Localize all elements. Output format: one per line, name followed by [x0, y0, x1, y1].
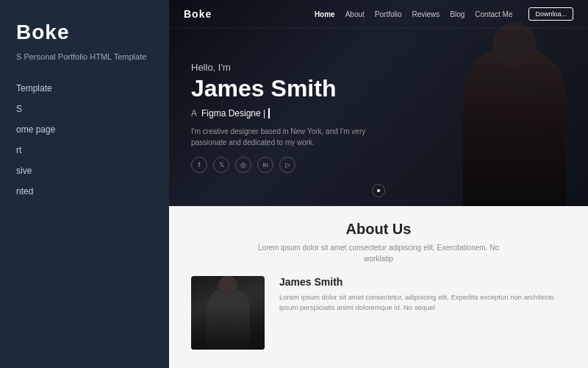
navbar: Boke Home About Portfolio Reviews Blog C… — [169, 0, 588, 29]
hero-role-prefix: A — [191, 108, 197, 118]
about-content: James Smith Lorem ipsum dolor sit amet c… — [191, 276, 566, 350]
nav-link-about[interactable]: About — [345, 10, 365, 18]
sidebar-title: Boke — [16, 21, 153, 44]
social-twitter-icon[interactable]: 𝕏 — [213, 157, 229, 173]
sidebar-item-home[interactable]: ome page — [16, 121, 153, 138]
social-facebook-icon[interactable]: f — [191, 157, 207, 173]
scroll-indicator — [372, 184, 385, 197]
social-youtube-icon[interactable]: ▷ — [279, 157, 295, 173]
about-section: About Us Lorem ipsum dolor sit amet cons… — [169, 206, 588, 368]
nav-links: Home About Portfolio Reviews Blog Contac… — [315, 7, 573, 21]
hero-role-title: Figma Designe | — [201, 108, 270, 118]
about-person-silhouette — [206, 287, 250, 350]
hero-section: Boke Home About Portfolio Reviews Blog C… — [169, 0, 588, 206]
about-image — [191, 276, 265, 350]
about-intro: Lorem ipsum dolor sit amet consectetur a… — [250, 242, 507, 264]
hero-social-links: f 𝕏 ◎ in ▷ — [191, 157, 573, 173]
hero-name: James Smith — [191, 76, 573, 102]
sidebar-item-template[interactable]: Template — [16, 80, 153, 96]
nav-logo: Boke — [184, 8, 212, 20]
sidebar-item-s[interactable]: S — [16, 101, 153, 117]
scroll-inner — [377, 189, 380, 192]
scroll-dot — [372, 184, 385, 197]
about-person-description: Lorem ipsum dolor sit amet consectetur, … — [279, 292, 566, 314]
sidebar-item-sive[interactable]: sive — [16, 163, 153, 179]
hero-greeting: Hello, I'm — [191, 62, 573, 73]
social-instagram-icon[interactable]: ◎ — [235, 157, 251, 173]
nav-link-blog[interactable]: Blog — [450, 10, 465, 18]
hero-content: Hello, I'm James Smith A Figma Designe |… — [169, 29, 588, 206]
main-content: Boke Home About Portfolio Reviews Blog C… — [169, 0, 588, 368]
nav-link-reviews[interactable]: Reviews — [412, 10, 440, 18]
hero-role: A Figma Designe | — [191, 108, 573, 118]
about-title: About Us — [191, 221, 566, 238]
nav-link-portfolio[interactable]: Portfolio — [375, 10, 402, 18]
about-text: James Smith Lorem ipsum dolor sit amet c… — [279, 276, 566, 314]
hero-description: I'm creative designer based in New York,… — [191, 126, 397, 148]
sidebar-subtitle: S Personal Portfolio HTML Template — [16, 52, 153, 63]
nav-download-button[interactable]: Downloa... — [528, 7, 573, 21]
nav-link-contact[interactable]: Contact Me — [475, 10, 512, 18]
social-linkedin-icon[interactable]: in — [257, 157, 273, 173]
nav-link-home[interactable]: Home — [315, 10, 335, 18]
sidebar: Boke S Personal Portfolio HTML Template … — [0, 0, 169, 368]
about-person-name: James Smith — [279, 276, 566, 288]
sidebar-item-nted[interactable]: nted — [16, 183, 153, 199]
sidebar-item-rt[interactable]: rt — [16, 142, 153, 158]
